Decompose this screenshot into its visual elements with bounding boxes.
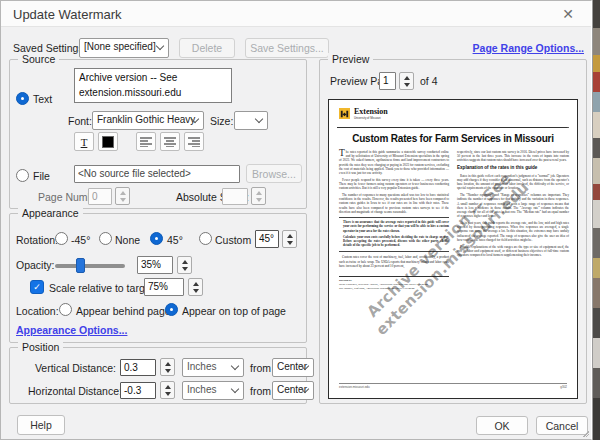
spinner-up-icon[interactable] <box>182 260 188 264</box>
browse-button[interactable]: Browse... <box>246 164 302 183</box>
spinner-down-icon[interactable] <box>120 198 126 202</box>
absolute-scale-spinner[interactable] <box>251 187 266 205</box>
spinner-down-icon[interactable] <box>193 289 199 293</box>
ok-button[interactable]: OK <box>476 416 528 435</box>
spinner-down-icon[interactable] <box>287 241 293 245</box>
save-settings-button[interactable]: Save Settings... <box>245 38 329 58</box>
spinner-up-icon[interactable] <box>120 191 126 195</box>
cancel-button[interactable]: Cancel <box>536 416 588 435</box>
vertical-anchor-select[interactable]: Center <box>272 358 314 377</box>
opacity-spinner[interactable] <box>177 256 192 274</box>
spinner-down-icon[interactable] <box>256 198 262 202</box>
absolute-scale-field[interactable] <box>222 188 248 205</box>
color-swatch <box>102 136 114 148</box>
rotation-none-radio[interactable] <box>99 232 112 245</box>
spinner-up-icon[interactable] <box>287 234 293 238</box>
font-label: Font: <box>68 115 92 127</box>
spinner-up-icon[interactable] <box>165 362 171 366</box>
opacity-slider-thumb[interactable] <box>76 258 85 273</box>
page-range-options-link[interactable]: Page Range Options... <box>473 42 584 54</box>
appearance-group: Appearance Rotation: -45° None 45° Custo… <box>9 213 307 343</box>
align-center-icon <box>164 137 176 147</box>
horizontal-units-select[interactable]: Inches <box>182 381 244 400</box>
appear-behind-radio[interactable] <box>59 303 72 316</box>
custom-rotation-spinner[interactable] <box>282 230 297 248</box>
saved-settings-select[interactable]: [None specified] <box>79 38 169 58</box>
spinner-up-icon[interactable] <box>404 76 410 80</box>
spinner-down-icon[interactable] <box>404 83 410 87</box>
align-center-button[interactable] <box>160 132 180 151</box>
preview-page-count: of 4 <box>420 75 438 87</box>
scale-spinner[interactable] <box>188 278 203 296</box>
document-paragraph: Fewer people respond to this survey ever… <box>339 178 449 191</box>
document-paragraph: The number of responses to many question… <box>339 193 449 214</box>
delete-button[interactable]: Delete <box>179 38 235 58</box>
preview-page-spinner[interactable] <box>399 72 414 90</box>
appearance-options-link[interactable]: Appearance Options... <box>16 324 127 336</box>
source-group: Source Text Archive version -- See exten… <box>9 59 307 209</box>
custom-rotation-field[interactable]: 45° <box>255 230 279 248</box>
file-radio[interactable] <box>16 169 29 182</box>
page-number-spinner[interactable] <box>115 187 130 205</box>
font-color-button[interactable] <box>98 132 118 151</box>
spinner-down-icon[interactable] <box>182 267 188 271</box>
opacity-slider-track[interactable] <box>55 264 125 268</box>
resize-grip[interactable] <box>582 430 589 437</box>
saved-settings-value: [None specified] <box>84 41 156 52</box>
spinner-down-icon[interactable] <box>165 392 171 396</box>
screen: Update Watermark Saved Settings: [None s… <box>0 0 600 440</box>
vertical-distance-field[interactable]: 0.3 <box>120 359 156 376</box>
rotation-45-radio[interactable] <box>150 232 163 245</box>
rotation-neg45-radio[interactable] <box>55 232 68 245</box>
vertical-units-value: Inches <box>187 361 216 372</box>
size-select[interactable] <box>234 111 268 130</box>
horizontal-distance-field[interactable]: -0.3 <box>120 382 156 399</box>
opacity-field[interactable]: 35% <box>137 256 173 274</box>
horizontal-anchor-select[interactable]: Center <box>272 381 314 400</box>
rotation-custom-radio[interactable] <box>199 232 212 245</box>
background-app-strip <box>592 0 600 440</box>
chevron-down-icon <box>231 361 239 369</box>
appear-on-top-label: Appear on top of page <box>182 305 286 317</box>
align-right-button[interactable] <box>184 132 204 151</box>
underline-button[interactable] <box>74 132 94 151</box>
document-paragraph: respectively, since our last custom rate… <box>457 150 569 163</box>
document-paragraph: The rates reported in this guide summari… <box>339 150 449 175</box>
document-logo-subtext: University of Missouri <box>354 116 381 120</box>
opacity-label: Opacity: <box>16 259 55 271</box>
spinner-down-icon[interactable] <box>165 369 171 373</box>
document-callout-text: There is no assurance that the average r… <box>343 220 449 233</box>
font-select[interactable]: Franklin Gothic Heavy <box>92 111 204 130</box>
vertical-distance-spinner[interactable] <box>160 358 175 376</box>
update-watermark-dialog: Update Watermark Saved Settings: [None s… <box>0 0 592 440</box>
vertical-distance-label: Vertical Distance: <box>28 362 116 374</box>
font-value: Franklin Gothic Heavy <box>97 114 195 125</box>
preview-page-field[interactable]: 1 <box>379 72 396 90</box>
preview-group-label: Preview <box>328 53 373 65</box>
preview-group: Preview Preview Page 1 of 4 Extension Un… <box>319 59 587 404</box>
scale-field[interactable]: 75% <box>144 278 184 296</box>
horizontal-distance-spinner[interactable] <box>160 381 175 399</box>
position-group-label: Position <box>18 341 63 353</box>
spinner-up-icon[interactable] <box>256 191 262 195</box>
file-path-field[interactable]: <No source file selected> <box>74 165 240 183</box>
align-left-button[interactable] <box>136 132 156 151</box>
close-icon[interactable] <box>559 5 577 23</box>
appear-on-top-radio[interactable] <box>165 303 178 316</box>
document-footer: extension.missouri.edu g302 <box>339 383 567 390</box>
chevron-down-icon <box>255 114 263 122</box>
chevron-down-icon <box>156 42 164 50</box>
help-button[interactable]: Help <box>17 415 65 435</box>
text-radio[interactable] <box>16 92 29 105</box>
spinner-up-icon[interactable] <box>165 385 171 389</box>
page-number-field[interactable]: 0 <box>88 188 112 205</box>
align-left-icon <box>140 137 152 147</box>
dialog-titlebar[interactable]: Update Watermark <box>1 1 591 27</box>
watermark-text-input[interactable]: Archive version -- See extension.missour… <box>74 68 232 103</box>
rotation-label: Rotation: <box>16 234 58 246</box>
vertical-units-select[interactable]: Inches <box>182 358 244 377</box>
rotation-none-label: None <box>115 234 140 246</box>
scale-relative-checkbox[interactable] <box>30 280 44 294</box>
horizontal-distance-label: Horizontal Distance: <box>28 385 116 397</box>
spinner-up-icon[interactable] <box>193 282 199 286</box>
